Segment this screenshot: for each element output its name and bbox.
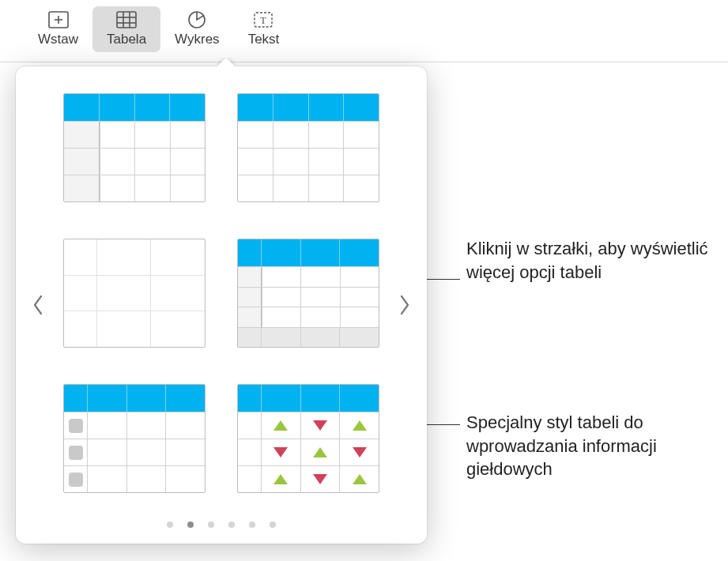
chart-icon — [185, 9, 209, 30]
page-dot-5[interactable] — [249, 521, 255, 528]
page-dots — [16, 521, 427, 528]
triangle-up-icon — [353, 420, 367, 431]
callout-arrow-text: Kliknij w strzałki, aby wyświetlić więce… — [466, 237, 719, 284]
prev-page-arrow[interactable] — [25, 281, 51, 329]
next-page-arrow[interactable] — [392, 281, 417, 329]
triangle-down-icon — [313, 474, 327, 484]
table-style-2[interactable] — [237, 93, 379, 202]
toolbar: Wstaw Tabela Wykres T Tekst — [0, 0, 728, 52]
page-dot-6[interactable] — [270, 521, 276, 528]
table-style-stock[interactable] — [237, 384, 379, 493]
table-icon — [115, 9, 138, 30]
triangle-down-icon — [313, 420, 327, 431]
toolbar-divider — [0, 62, 728, 62]
checkbox-icon — [69, 419, 83, 433]
page-dot-1[interactable] — [167, 521, 173, 528]
text-icon: T — [251, 9, 275, 30]
table-styles-popover — [16, 66, 427, 544]
table-style-grid — [63, 93, 379, 493]
insert-icon — [47, 9, 70, 30]
table-style-5[interactable] — [63, 384, 206, 493]
toolbar-insert-label: Wstaw — [38, 32, 78, 47]
toolbar-chart-label: Wykres — [175, 32, 220, 47]
svg-rect-3 — [117, 12, 136, 28]
checkbox-icon — [69, 446, 83, 460]
triangle-up-icon — [273, 474, 288, 484]
toolbar-text-label: Tekst — [248, 32, 280, 47]
svg-text:T: T — [260, 14, 266, 26]
page-dot-2[interactable] — [187, 521, 194, 528]
triangle-down-icon — [273, 447, 288, 457]
toolbar-insert[interactable]: Wstaw — [24, 6, 92, 52]
page-dot-4[interactable] — [228, 521, 235, 528]
table-style-3[interactable] — [63, 239, 206, 348]
toolbar-table[interactable]: Tabela — [92, 6, 160, 52]
triangle-up-icon — [313, 447, 327, 457]
checkbox-icon — [69, 473, 83, 487]
popover-pointer — [217, 58, 235, 67]
triangle-up-icon — [353, 474, 367, 484]
table-style-1[interactable] — [63, 93, 206, 202]
toolbar-table-label: Tabela — [107, 32, 146, 47]
toolbar-chart[interactable]: Wykres — [160, 6, 234, 52]
triangle-down-icon — [353, 447, 367, 457]
toolbar-text[interactable]: T Tekst — [234, 6, 294, 52]
triangle-up-icon — [273, 420, 288, 431]
page-dot-3[interactable] — [208, 521, 214, 528]
table-style-4[interactable] — [237, 239, 379, 348]
callout-stock-text: Specjalny styl tabeli do wprowadzania in… — [466, 411, 727, 481]
